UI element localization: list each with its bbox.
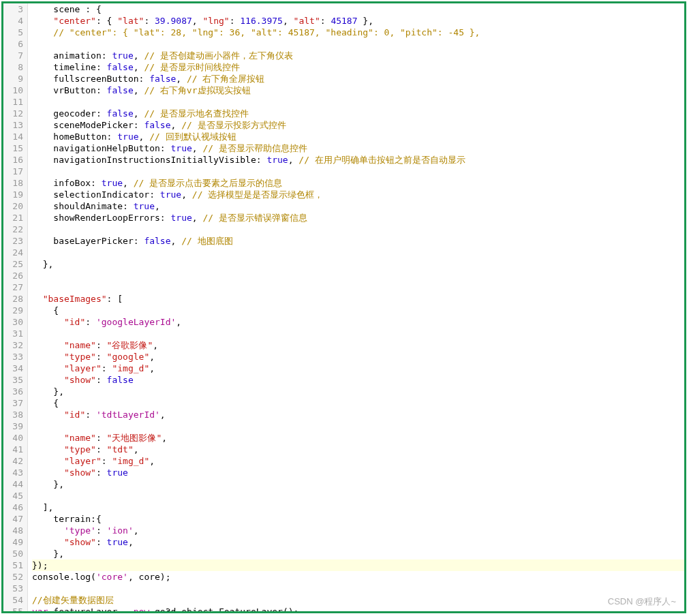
- token-plain: :: [96, 340, 107, 350]
- token-obj: ge3d: [155, 606, 176, 613]
- line-number: 4: [3, 15, 23, 27]
- line-number: 39: [3, 420, 23, 432]
- token-bool: false: [144, 236, 170, 246]
- code-line[interactable]: [32, 166, 684, 177]
- code-line[interactable]: "layer": "img_d",: [32, 363, 684, 374]
- token-plain: ,: [181, 189, 192, 200]
- code-line[interactable]: "baseImages": [: [32, 293, 684, 305]
- code-line[interactable]: "layer": "img_d",: [32, 455, 684, 467]
- code-editor[interactable]: 3456789101112131415161718192021222324252…: [3, 3, 684, 611]
- token-cmt: // 右下角vr虚拟现实按钮: [144, 85, 250, 95]
- code-line[interactable]: });: [32, 559, 684, 571]
- line-number: 36: [3, 386, 23, 397]
- token-num: 116.3975: [240, 16, 283, 26]
- line-number: 40: [3, 432, 23, 444]
- code-line[interactable]: "id": 'tdtLayerId',: [32, 409, 684, 420]
- token-plain: },: [32, 386, 64, 397]
- code-line[interactable]: navigationInstructionsInitiallyVisible: …: [32, 154, 684, 166]
- code-line[interactable]: "type": "tdt",: [32, 444, 684, 455]
- token-str: 'type': [64, 525, 96, 536]
- code-line[interactable]: baseLayerPicker: false, // 地图底图: [32, 235, 684, 247]
- code-line[interactable]: "name": "天地图影像",: [32, 432, 684, 444]
- code-line[interactable]: [32, 490, 684, 502]
- code-line[interactable]: "show": false: [32, 374, 684, 386]
- token-kw: var: [32, 606, 48, 613]
- token-bool: true: [107, 537, 128, 547]
- code-line[interactable]: "show": true,: [32, 536, 684, 548]
- code-line[interactable]: },: [32, 386, 684, 397]
- token-key: "lng": [203, 16, 230, 26]
- token-plain: ,: [134, 525, 139, 536]
- code-line[interactable]: homeButton: true, // 回到默认视域按钮: [32, 131, 684, 142]
- line-number-gutter: 3456789101112131415161718192021222324252…: [3, 3, 28, 611]
- token-cmt: // 是否显示点击要素之后显示的信息: [134, 178, 282, 188]
- token-plain: :: [230, 16, 241, 26]
- code-line[interactable]: fullscreenButton: false, // 右下角全屏按钮: [32, 73, 684, 84]
- line-number: 34: [3, 363, 23, 374]
- code-line[interactable]: [32, 224, 684, 235]
- token-plain: ,: [192, 16, 203, 26]
- token-kw: new: [134, 606, 149, 613]
- code-line[interactable]: sceneModePicker: false, // 是否显示投影方式控件: [32, 119, 684, 131]
- line-number: 28: [3, 293, 23, 305]
- code-line[interactable]: "show": true: [32, 467, 684, 478]
- code-line[interactable]: [32, 247, 684, 258]
- code-line[interactable]: //创建矢量数据图层: [32, 594, 684, 606]
- token-cmt: // "center": { "lat": 28, "lng": 36, "al…: [53, 27, 480, 37]
- code-line[interactable]: timeline: false, // 是否显示时间线控件: [32, 61, 684, 73]
- token-plain: :: [102, 456, 112, 466]
- code-editor-frame: 3456789101112131415161718192021222324252…: [1, 1, 686, 613]
- code-line[interactable]: 'type': 'ion',: [32, 525, 684, 536]
- code-line[interactable]: navigationHelpButton: true, // 是否显示帮助信息控…: [32, 142, 684, 154]
- code-line[interactable]: },: [32, 478, 684, 490]
- code-line[interactable]: selectionIndicator: true, // 选择模型是是否显示绿色…: [32, 189, 684, 200]
- code-line[interactable]: console.log('core', core);: [32, 571, 684, 583]
- code-line[interactable]: [32, 270, 684, 281]
- code-line[interactable]: [32, 420, 684, 432]
- code-line[interactable]: terrain:{: [32, 513, 684, 525]
- code-line[interactable]: "name": "谷歌影像",: [32, 339, 684, 351]
- line-number: 51: [3, 559, 23, 571]
- token-key: "天地图影像": [107, 433, 162, 443]
- code-line[interactable]: vrButton: false, // 右下角vr虚拟现实按钮: [32, 84, 684, 96]
- token-plain: ,: [139, 132, 150, 142]
- code-line[interactable]: [32, 96, 684, 108]
- token-plain: ,: [176, 317, 181, 327]
- code-line[interactable]: "id": 'googleLayerId',: [32, 316, 684, 328]
- code-line[interactable]: // "center": { "lat": 28, "lng": 36, "al…: [32, 27, 684, 38]
- token-plain: ,: [128, 537, 134, 547]
- code-line[interactable]: scene : {: [32, 3, 684, 15]
- code-line[interactable]: var featureLayer = new ge3d.object.Featu…: [32, 606, 684, 613]
- code-line[interactable]: "center": { "lat": 39.9087, "lng": 116.3…: [32, 15, 684, 27]
- token-str: 'core': [96, 572, 128, 582]
- code-area[interactable]: scene : { "center": { "lat": 39.9087, "l…: [28, 3, 684, 611]
- code-line[interactable]: animation: true, // 是否创建动画小器件，左下角仪表: [32, 50, 684, 61]
- token-cmt: // 是否显示错误弹窗信息: [202, 213, 307, 223]
- line-number: 17: [3, 166, 23, 177]
- token-key: "type": [64, 444, 96, 455]
- token-plain: });: [32, 560, 48, 570]
- token-plain: [149, 606, 155, 613]
- code-line[interactable]: [32, 583, 684, 594]
- code-line[interactable]: {: [32, 397, 684, 409]
- code-line[interactable]: },: [32, 548, 684, 559]
- token-plain: .: [213, 606, 219, 613]
- line-number: 42: [3, 455, 23, 467]
- code-line[interactable]: showRenderLoopErrors: true, // 是否显示错误弹窗信…: [32, 212, 684, 224]
- token-cmt: //创建矢量数据图层: [32, 595, 114, 605]
- token-plain: [32, 352, 64, 362]
- token-plain: ,: [288, 155, 299, 165]
- code-line[interactable]: ],: [32, 502, 684, 513]
- code-line[interactable]: },: [32, 258, 684, 270]
- code-line[interactable]: [32, 38, 684, 50]
- code-line[interactable]: [32, 281, 684, 293]
- code-line[interactable]: shouldAnimate: true,: [32, 200, 684, 212]
- line-number: 13: [3, 119, 23, 131]
- code-line[interactable]: geocoder: false, // 是否显示地名查找控件: [32, 108, 684, 119]
- code-line[interactable]: infoBox: true, // 是否显示点击要素之后显示的信息: [32, 177, 684, 189]
- code-line[interactable]: {: [32, 305, 684, 316]
- code-line[interactable]: "type": "google",: [32, 351, 684, 363]
- token-cmt: // 是否创建动画小器件，左下角仪表: [144, 50, 292, 61]
- code-line[interactable]: [32, 328, 684, 339]
- token-plain: ,: [171, 236, 182, 246]
